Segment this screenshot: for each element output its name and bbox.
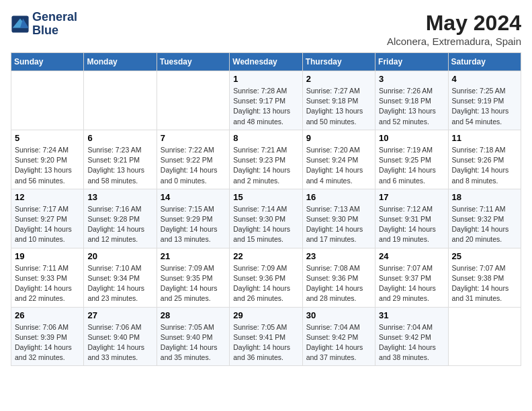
day-number: 12 — [15, 192, 80, 202]
calendar-cell: 15Sunrise: 7:14 AM Sunset: 9:30 PM Dayli… — [230, 189, 302, 248]
calendar-cell: 31Sunrise: 7:04 AM Sunset: 9:42 PM Dayli… — [375, 307, 448, 366]
day-info: Sunrise: 7:13 AM Sunset: 9:30 PM Dayligh… — [306, 204, 371, 245]
day-number: 25 — [452, 251, 517, 261]
day-number: 21 — [161, 251, 226, 261]
calendar-cell — [11, 71, 84, 130]
day-number: 15 — [233, 192, 298, 202]
calendar-cell: 10Sunrise: 7:19 AM Sunset: 9:25 PM Dayli… — [375, 130, 448, 189]
calendar-cell: 11Sunrise: 7:18 AM Sunset: 9:26 PM Dayli… — [448, 130, 521, 189]
day-info: Sunrise: 7:05 AM Sunset: 9:40 PM Dayligh… — [161, 322, 226, 363]
calendar-cell: 26Sunrise: 7:06 AM Sunset: 9:39 PM Dayli… — [11, 307, 84, 366]
week-row-3: 19Sunrise: 7:11 AM Sunset: 9:33 PM Dayli… — [11, 248, 521, 307]
calendar-header: SundayMondayTuesdayWednesdayThursdayFrid… — [11, 53, 521, 71]
day-info: Sunrise: 7:14 AM Sunset: 9:30 PM Dayligh… — [233, 204, 298, 245]
header-day-thursday: Thursday — [302, 53, 375, 71]
day-number: 2 — [306, 74, 371, 84]
day-info: Sunrise: 7:07 AM Sunset: 9:38 PM Dayligh… — [452, 263, 517, 304]
logo: General Blue — [11, 11, 77, 38]
calendar-cell: 12Sunrise: 7:17 AM Sunset: 9:27 PM Dayli… — [11, 189, 84, 248]
day-number: 26 — [15, 310, 80, 320]
calendar-cell: 29Sunrise: 7:05 AM Sunset: 9:41 PM Dayli… — [230, 307, 302, 366]
day-number: 22 — [233, 251, 298, 261]
day-number: 1 — [233, 74, 298, 84]
day-number: 8 — [233, 133, 298, 143]
calendar-cell: 6Sunrise: 7:23 AM Sunset: 9:21 PM Daylig… — [84, 130, 157, 189]
day-info: Sunrise: 7:09 AM Sunset: 9:35 PM Dayligh… — [161, 263, 226, 304]
calendar-cell: 14Sunrise: 7:15 AM Sunset: 9:29 PM Dayli… — [157, 189, 229, 248]
calendar-cell: 20Sunrise: 7:10 AM Sunset: 9:34 PM Dayli… — [84, 248, 157, 307]
header-row: SundayMondayTuesdayWednesdayThursdayFrid… — [11, 53, 521, 71]
calendar-cell: 23Sunrise: 7:08 AM Sunset: 9:36 PM Dayli… — [302, 248, 375, 307]
day-info: Sunrise: 7:05 AM Sunset: 9:41 PM Dayligh… — [233, 322, 298, 363]
day-info: Sunrise: 7:06 AM Sunset: 9:39 PM Dayligh… — [15, 322, 80, 363]
day-info: Sunrise: 7:23 AM Sunset: 9:21 PM Dayligh… — [87, 145, 152, 186]
calendar-cell: 16Sunrise: 7:13 AM Sunset: 9:30 PM Dayli… — [302, 189, 375, 248]
day-number: 13 — [87, 192, 152, 202]
calendar-body: 1Sunrise: 7:28 AM Sunset: 9:17 PM Daylig… — [11, 71, 521, 366]
calendar-cell: 7Sunrise: 7:22 AM Sunset: 9:22 PM Daylig… — [157, 130, 229, 189]
day-info: Sunrise: 7:25 AM Sunset: 9:19 PM Dayligh… — [452, 86, 517, 127]
day-number: 16 — [306, 192, 371, 202]
header-day-sunday: Sunday — [11, 53, 84, 71]
day-number: 27 — [87, 310, 152, 320]
day-info: Sunrise: 7:22 AM Sunset: 9:22 PM Dayligh… — [161, 145, 226, 186]
calendar-cell: 17Sunrise: 7:12 AM Sunset: 9:31 PM Dayli… — [375, 189, 448, 248]
day-number: 9 — [306, 133, 371, 143]
header-day-tuesday: Tuesday — [157, 53, 229, 71]
header-day-monday: Monday — [84, 53, 157, 71]
day-info: Sunrise: 7:15 AM Sunset: 9:29 PM Dayligh… — [161, 204, 226, 245]
logo-line1: General — [32, 11, 77, 24]
week-row-0: 1Sunrise: 7:28 AM Sunset: 9:17 PM Daylig… — [11, 71, 521, 130]
day-info: Sunrise: 7:04 AM Sunset: 9:42 PM Dayligh… — [379, 322, 444, 363]
calendar-cell: 18Sunrise: 7:11 AM Sunset: 9:32 PM Dayli… — [448, 189, 521, 248]
day-number: 5 — [15, 133, 80, 143]
calendar-cell: 4Sunrise: 7:25 AM Sunset: 9:19 PM Daylig… — [448, 71, 521, 130]
calendar-cell: 5Sunrise: 7:24 AM Sunset: 9:20 PM Daylig… — [11, 130, 84, 189]
day-info: Sunrise: 7:19 AM Sunset: 9:25 PM Dayligh… — [379, 145, 444, 186]
day-number: 6 — [87, 133, 152, 143]
week-row-4: 26Sunrise: 7:06 AM Sunset: 9:39 PM Dayli… — [11, 307, 521, 366]
day-info: Sunrise: 7:16 AM Sunset: 9:28 PM Dayligh… — [87, 204, 152, 245]
calendar-cell: 30Sunrise: 7:04 AM Sunset: 9:42 PM Dayli… — [302, 307, 375, 366]
calendar-cell: 19Sunrise: 7:11 AM Sunset: 9:33 PM Dayli… — [11, 248, 84, 307]
calendar-cell: 2Sunrise: 7:27 AM Sunset: 9:18 PM Daylig… — [302, 71, 375, 130]
calendar-cell: 3Sunrise: 7:26 AM Sunset: 9:18 PM Daylig… — [375, 71, 448, 130]
calendar-cell: 25Sunrise: 7:07 AM Sunset: 9:38 PM Dayli… — [448, 248, 521, 307]
week-row-2: 12Sunrise: 7:17 AM Sunset: 9:27 PM Dayli… — [11, 189, 521, 248]
day-info: Sunrise: 7:11 AM Sunset: 9:33 PM Dayligh… — [15, 263, 80, 304]
calendar-cell: 22Sunrise: 7:09 AM Sunset: 9:36 PM Dayli… — [230, 248, 302, 307]
day-number: 20 — [87, 251, 152, 261]
day-number: 28 — [161, 310, 226, 320]
day-number: 18 — [452, 192, 517, 202]
day-info: Sunrise: 7:28 AM Sunset: 9:17 PM Dayligh… — [233, 86, 298, 127]
day-number: 11 — [452, 133, 517, 143]
calendar-cell — [84, 71, 157, 130]
subtitle: Alconera, Extremadura, Spain — [387, 36, 521, 47]
day-number: 19 — [15, 251, 80, 261]
calendar-table: SundayMondayTuesdayWednesdayThursdayFrid… — [11, 52, 521, 366]
calendar-cell — [157, 71, 229, 130]
calendar-cell: 28Sunrise: 7:05 AM Sunset: 9:40 PM Dayli… — [157, 307, 229, 366]
calendar-cell: 9Sunrise: 7:20 AM Sunset: 9:24 PM Daylig… — [302, 130, 375, 189]
day-info: Sunrise: 7:06 AM Sunset: 9:40 PM Dayligh… — [87, 322, 152, 363]
calendar-cell: 13Sunrise: 7:16 AM Sunset: 9:28 PM Dayli… — [84, 189, 157, 248]
day-info: Sunrise: 7:09 AM Sunset: 9:36 PM Dayligh… — [233, 263, 298, 304]
day-number: 30 — [306, 310, 371, 320]
day-info: Sunrise: 7:17 AM Sunset: 9:27 PM Dayligh… — [15, 204, 80, 245]
header-day-friday: Friday — [375, 53, 448, 71]
calendar-cell: 8Sunrise: 7:21 AM Sunset: 9:23 PM Daylig… — [230, 130, 302, 189]
day-info: Sunrise: 7:27 AM Sunset: 9:18 PM Dayligh… — [306, 86, 371, 127]
day-number: 3 — [379, 74, 444, 84]
logo-icon — [11, 15, 30, 34]
day-number: 29 — [233, 310, 298, 320]
day-info: Sunrise: 7:11 AM Sunset: 9:32 PM Dayligh… — [452, 204, 517, 245]
day-number: 23 — [306, 251, 371, 261]
day-info: Sunrise: 7:07 AM Sunset: 9:37 PM Dayligh… — [379, 263, 444, 304]
calendar-cell: 24Sunrise: 7:07 AM Sunset: 9:37 PM Dayli… — [375, 248, 448, 307]
day-number: 7 — [161, 133, 226, 143]
day-number: 17 — [379, 192, 444, 202]
day-info: Sunrise: 7:10 AM Sunset: 9:34 PM Dayligh… — [87, 263, 152, 304]
logo-line2: Blue — [32, 24, 77, 38]
title-area: May 2024 Alconera, Extremadura, Spain — [387, 11, 521, 47]
calendar-cell: 21Sunrise: 7:09 AM Sunset: 9:35 PM Dayli… — [157, 248, 229, 307]
